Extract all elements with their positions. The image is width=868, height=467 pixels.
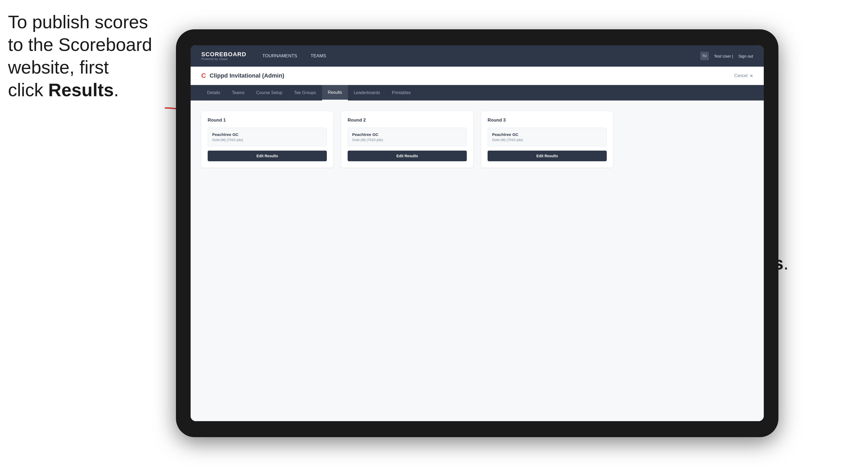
logo-area: SCOREBOARD Powered by clippd [201,52,246,61]
tournament-name: Clippd Invitational (Admin) [210,72,284,79]
user-avatar: TU [700,52,709,60]
navbar: SCOREBOARD Powered by clippd TOURNAMENTS… [191,45,764,67]
round-2-course-name: Peachtree GC [352,132,462,137]
tab-results[interactable]: Results [322,85,348,100]
tablet-screen: SCOREBOARD Powered by clippd TOURNAMENTS… [191,45,764,421]
nav-tournaments[interactable]: TOURNAMENTS [262,53,297,59]
round-3-edit-button[interactable]: Edit Results [488,151,607,161]
round-3-card: Round 3 Peachtree GC Gold (M) (7010 yds)… [481,111,613,168]
round-1-card: Round 1 Peachtree GC Gold (M) (7010 yds)… [201,111,333,168]
round-1-course-name: Peachtree GC [212,132,322,137]
tab-course-setup[interactable]: Course Setup [250,85,288,100]
sign-out-link[interactable]: Sign out [738,54,753,58]
round-2-course-card: Peachtree GC Gold (M) (7010 yds) [348,128,467,146]
nav-links: TOURNAMENTS TEAMS [262,53,700,59]
tab-details[interactable]: Details [201,85,226,100]
instruction-left: To publish scores to the Scoreboard webs… [8,11,173,101]
tournament-title: C Clippd Invitational (Admin) [201,72,284,80]
tab-bar: Details Teams Course Setup Tee Groups Re… [191,85,764,100]
round-1-course-detail: Gold (M) (7010 yds) [212,138,322,142]
nav-right: TU Test User | Sign out [700,52,753,60]
round-1-edit-button[interactable]: Edit Results [208,151,327,161]
round-2-course-detail: Gold (M) (7010 yds) [352,138,462,142]
sub-header: C Clippd Invitational (Admin) Cancel ✕ [191,67,764,85]
tab-teams[interactable]: Teams [226,85,250,100]
main-content: Round 1 Peachtree GC Gold (M) (7010 yds)… [191,100,764,421]
user-name: Test User | [714,54,733,58]
tab-leaderboards[interactable]: Leaderboards [348,85,386,100]
tab-printables[interactable]: Printables [386,85,417,100]
tab-tee-groups[interactable]: Tee Groups [288,85,322,100]
rounds-grid: Round 1 Peachtree GC Gold (M) (7010 yds)… [201,111,753,168]
logo-text: SCOREBOARD [201,52,246,57]
logo-sub: Powered by clippd [201,57,246,61]
close-icon: ✕ [750,73,753,79]
round-2-title: Round 2 [348,118,467,123]
round-3-course-name: Peachtree GC [492,132,602,137]
round-2-card: Round 2 Peachtree GC Gold (M) (7010 yds)… [341,111,473,168]
cancel-button[interactable]: Cancel ✕ [734,73,753,79]
round-1-title: Round 1 [208,118,327,123]
nav-teams[interactable]: TEAMS [311,53,326,59]
round-3-title: Round 3 [488,118,607,123]
round-1-course-card: Peachtree GC Gold (M) (7010 yds) [208,128,327,146]
round-3-course-card: Peachtree GC Gold (M) (7010 yds) [488,128,607,146]
c-logo: C [201,72,206,80]
tablet-frame: SCOREBOARD Powered by clippd TOURNAMENTS… [176,29,778,437]
round-2-edit-button[interactable]: Edit Results [348,151,467,161]
round-3-course-detail: Gold (M) (7010 yds) [492,138,602,142]
